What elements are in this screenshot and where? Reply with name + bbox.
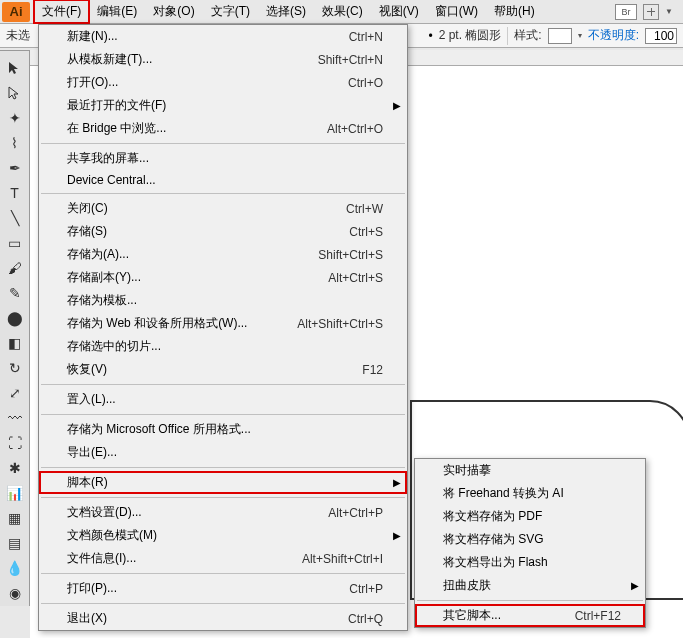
menu-color-mode[interactable]: 文档颜色模式(M)▶ xyxy=(39,524,407,547)
menu-doc-setup[interactable]: 文档设置(D)...Alt+Ctrl+P xyxy=(39,501,407,524)
chevron-right-icon: ▶ xyxy=(631,580,639,591)
chevron-right-icon: ▶ xyxy=(393,100,401,111)
menu-select[interactable]: 选择(S) xyxy=(258,0,314,23)
menu-recent[interactable]: 最近打开的文件(F)▶ xyxy=(39,94,407,117)
menu-object[interactable]: 对象(O) xyxy=(145,0,202,23)
chevron-right-icon: ▶ xyxy=(393,530,401,541)
scripts-submenu: 实时描摹 将 Freehand 转换为 AI 将文档存储为 PDF 将文档存储为… xyxy=(414,458,646,628)
eyedropper-tool[interactable]: 💧 xyxy=(3,556,27,580)
menu-separator xyxy=(41,573,405,574)
app-logo: Ai xyxy=(2,2,30,22)
chevron-down-icon[interactable]: ▼ xyxy=(665,7,673,16)
scale-tool[interactable]: ⤢ xyxy=(3,381,27,405)
menu-save[interactable]: 存储(S)Ctrl+S xyxy=(39,220,407,243)
menubar: Ai 文件(F) 编辑(E) 对象(O) 文字(T) 选择(S) 效果(C) 视… xyxy=(0,0,683,24)
lasso-tool[interactable]: ⌇ xyxy=(3,131,27,155)
chevron-down-icon[interactable]: ▾ xyxy=(578,31,582,40)
pen-tool[interactable]: ✒ xyxy=(3,156,27,180)
submenu-save-svg[interactable]: 将文档存储为 SVG xyxy=(415,528,645,551)
graph-tool[interactable]: 📊 xyxy=(3,481,27,505)
menu-scripts[interactable]: 脚本(R)▶ xyxy=(39,471,407,494)
menu-save-slices[interactable]: 存储选中的切片... xyxy=(39,335,407,358)
menu-view[interactable]: 视图(V) xyxy=(371,0,427,23)
blob-brush-tool[interactable]: ⬤ xyxy=(3,306,27,330)
selection-tool[interactable] xyxy=(3,56,27,80)
selection-label: 未选 xyxy=(6,27,30,44)
mesh-tool[interactable]: ▦ xyxy=(3,506,27,530)
submenu-freehand[interactable]: 将 Freehand 转换为 AI xyxy=(415,482,645,505)
menu-save-template[interactable]: 存储为模板... xyxy=(39,289,407,312)
menu-print[interactable]: 打印(P)...Ctrl+P xyxy=(39,577,407,600)
menu-close[interactable]: 关闭(C)Ctrl+W xyxy=(39,197,407,220)
opacity-input[interactable]: 100 xyxy=(645,28,677,44)
submenu-save-pdf[interactable]: 将文档存储为 PDF xyxy=(415,505,645,528)
rectangle-tool[interactable]: ▭ xyxy=(3,231,27,255)
chevron-right-icon: ▶ xyxy=(393,477,401,488)
line-tool[interactable]: ╲ xyxy=(3,206,27,230)
gradient-tool[interactable]: ▤ xyxy=(3,531,27,555)
submenu-export-flash[interactable]: 将文档导出为 Flash xyxy=(415,551,645,574)
separator xyxy=(507,27,508,45)
stroke-dot-icon: • xyxy=(428,29,432,43)
menu-exit[interactable]: 退出(X)Ctrl+Q xyxy=(39,607,407,630)
menu-separator xyxy=(41,414,405,415)
menu-effect[interactable]: 效果(C) xyxy=(314,0,371,23)
menu-file-info[interactable]: 文件信息(I)...Alt+Shift+Ctrl+I xyxy=(39,547,407,570)
blend-tool[interactable]: ◉ xyxy=(3,581,27,605)
free-transform-tool[interactable]: ⛶ xyxy=(3,431,27,455)
direct-selection-tool[interactable] xyxy=(3,81,27,105)
submenu-other-scripts[interactable]: 其它脚本...Ctrl+F12 xyxy=(415,604,645,627)
menu-export[interactable]: 导出(E)... xyxy=(39,441,407,464)
submenu-warp[interactable]: 扭曲皮肤▶ xyxy=(415,574,645,597)
menu-separator xyxy=(41,603,405,604)
menu-new[interactable]: 新建(N)...Ctrl+N xyxy=(39,25,407,48)
menu-save-copy[interactable]: 存储副本(Y)...Alt+Ctrl+S xyxy=(39,266,407,289)
file-dropdown: 新建(N)...Ctrl+N 从模板新建(T)...Shift+Ctrl+N 打… xyxy=(38,24,408,631)
menu-separator xyxy=(41,193,405,194)
menu-place[interactable]: 置入(L)... xyxy=(39,388,407,411)
submenu-live-trace[interactable]: 实时描摹 xyxy=(415,459,645,482)
rotate-tool[interactable]: ↻ xyxy=(3,356,27,380)
menu-share-screen[interactable]: 共享我的屏幕... xyxy=(39,147,407,170)
menu-device-central[interactable]: Device Central... xyxy=(39,170,407,190)
menu-help[interactable]: 帮助(H) xyxy=(486,0,543,23)
bridge-icon[interactable]: Br xyxy=(615,4,637,20)
symbol-sprayer-tool[interactable]: ✱ xyxy=(3,456,27,480)
style-swatch[interactable] xyxy=(548,28,572,44)
menubar-right: Br ▼ xyxy=(615,4,681,20)
menu-save-as[interactable]: 存储为(A)...Shift+Ctrl+S xyxy=(39,243,407,266)
type-tool[interactable]: T xyxy=(3,181,27,205)
menu-revert[interactable]: 恢复(V)F12 xyxy=(39,358,407,381)
menu-separator xyxy=(41,467,405,468)
menu-separator xyxy=(41,143,405,144)
toolbox: ✦ ⌇ ✒ T ╲ ▭ 🖌 ✎ ⬤ ◧ ↻ ⤢ 〰 ⛶ ✱ 📊 ▦ ▤ 💧 ◉ xyxy=(0,50,30,606)
menu-from-template[interactable]: 从模板新建(T)...Shift+Ctrl+N xyxy=(39,48,407,71)
pencil-tool[interactable]: ✎ xyxy=(3,281,27,305)
menu-separator xyxy=(417,600,643,601)
menu-save-web[interactable]: 存储为 Web 和设备所用格式(W)...Alt+Shift+Ctrl+S xyxy=(39,312,407,335)
eraser-tool[interactable]: ◧ xyxy=(3,331,27,355)
warp-tool[interactable]: 〰 xyxy=(3,406,27,430)
magic-wand-tool[interactable]: ✦ xyxy=(3,106,27,130)
menu-file[interactable]: 文件(F) xyxy=(34,0,89,23)
menu-edit[interactable]: 编辑(E) xyxy=(89,0,145,23)
menu-bridge[interactable]: 在 Bridge 中浏览...Alt+Ctrl+O xyxy=(39,117,407,140)
arrange-icon[interactable] xyxy=(643,4,659,20)
style-label: 样式: xyxy=(514,27,541,44)
menu-text[interactable]: 文字(T) xyxy=(203,0,258,23)
menu-open[interactable]: 打开(O)...Ctrl+O xyxy=(39,71,407,94)
menu-window[interactable]: 窗口(W) xyxy=(427,0,486,23)
menu-separator xyxy=(41,497,405,498)
paintbrush-tool[interactable]: 🖌 xyxy=(3,256,27,280)
menu-separator xyxy=(41,384,405,385)
opacity-label[interactable]: 不透明度: xyxy=(588,27,639,44)
menu-save-office[interactable]: 存储为 Microsoft Office 所用格式... xyxy=(39,418,407,441)
stroke-value[interactable]: 2 pt. 椭圆形 xyxy=(439,27,502,44)
